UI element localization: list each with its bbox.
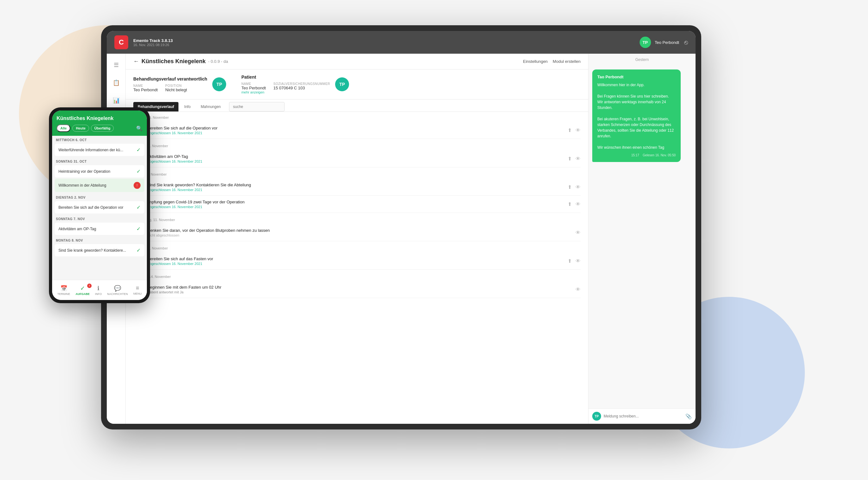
phone-task-text: Bereiten Sie sich auf die Operation vor [58, 205, 136, 210]
filter-today-btn[interactable]: Heute [72, 125, 89, 132]
task-share-icon[interactable]: ⬆ [568, 156, 572, 162]
nav-aufgabe[interactable]: ✓ 3 AUFGABE [75, 285, 90, 296]
sidebar-icon-chart[interactable]: 📊 [111, 95, 121, 105]
menu-icon: ≡ [136, 285, 139, 291]
task-actions: 👁 [576, 287, 581, 292]
day-section-2: Sonntag, 7. November Aktivitäten am OP-T… [126, 140, 588, 169]
chat-panel: Gestern Tao Perbondt Willkommen hier in … [588, 54, 695, 424]
day-section-6: Samstag, 14. November ? Beginnen Sie mit… [126, 271, 588, 299]
task-row: Aktivitäten am OP-Tag Abgeschlossen 16. … [133, 150, 581, 167]
nav-info-label: INFO [95, 292, 102, 296]
task-text-block: Bereiten Sie sich auf das Fasten vor Abg… [147, 256, 563, 265]
task-status: Abgeschlossen 16. November 2021 [147, 188, 563, 192]
nav-info[interactable]: ℹ INFO [95, 285, 102, 296]
task-share-icon[interactable]: ⬆ [568, 258, 572, 264]
responsible-fields: NAME Teo Perbondt POSITION Nicht belegt [133, 84, 207, 92]
phone-day-4: SONNTAG 7. NOV [52, 215, 147, 222]
chat-attach-icon[interactable]: 📎 [685, 413, 692, 419]
task-row: Sind Sie krank geworden? Kontaktieren Si… [133, 179, 581, 196]
patient-name-field: NAME Teo Perbondt [241, 82, 266, 90]
responsible-position-label: POSITION [165, 84, 187, 88]
page-version: - 0.0.9 - da [208, 59, 228, 64]
task-actions: ⬆ 👁 [568, 201, 581, 207]
patient-more-link[interactable]: mehr anzeigen [241, 90, 330, 94]
patient-avatar: TP [335, 77, 349, 91]
chat-input-avatar: TP [592, 412, 601, 421]
phone-search-icon[interactable]: 🔍 [136, 125, 143, 131]
task-row: Denken Sie daran, vor der Operation Blut… [133, 224, 581, 241]
filter-all-btn[interactable]: Alle [57, 124, 70, 132]
app-date: 16. Nov. 2021 08:19:26 [133, 43, 173, 47]
phone-task-item-overdue[interactable]: Willkommen in der Abteilung ! [55, 179, 144, 192]
task-row: ? Beginnen Sie mit dem Fasten um 02 Uhr … [133, 281, 581, 298]
phone-check-icon: ✓ [136, 226, 141, 232]
chat-meta: 15:17 Gelesen 16. Nov. 05:50 [597, 153, 676, 158]
phone-day-2: SONNTAG 31. OCT [52, 157, 147, 164]
sidebar-icon-menu[interactable]: ☰ [111, 60, 121, 70]
task-eye-icon[interactable]: 👁 [576, 128, 581, 133]
task-eye-icon[interactable]: 👁 [576, 185, 581, 190]
chat-message-text: Willkommen hier in der App. Bei Fragen k… [597, 82, 676, 150]
phone-task-item[interactable]: Heimtraining vor der Operation ✓ [55, 165, 144, 178]
chat-input[interactable] [603, 414, 683, 418]
app-name: Emento Track 3.8.13 [133, 38, 173, 43]
task-status: Nicht abgeschlossen [147, 233, 570, 237]
phone-day-1: MITTWOCH 6. OCT [52, 136, 147, 143]
sidebar-icon-list[interactable]: 📋 [111, 78, 121, 88]
day-label-2: Sonntag, 7. November [133, 144, 581, 148]
task-actions: ⬆ 👁 [568, 156, 581, 162]
task-share-icon[interactable]: ⬆ [568, 127, 572, 133]
task-name: Aktivitäten am OP-Tag [147, 154, 563, 159]
task-eye-icon[interactable]: 👁 [576, 230, 581, 235]
task-name: Beginnen Sie mit dem Fasten um 02 Uhr [147, 285, 570, 290]
tab-info[interactable]: Info [180, 102, 195, 111]
tab-mahnungen[interactable]: Mahnungen [196, 102, 225, 111]
phone-header: Künstliches Kniegelenk Alle Heute Überfä… [52, 110, 147, 136]
responsible-name-field: NAME Teo Perbondt [133, 84, 158, 92]
module-button[interactable]: Modul erstellen [553, 59, 581, 64]
phone-task-item[interactable]: Sind Sie krank geworden? Kontaktiere... … [55, 244, 144, 256]
task-eye-icon[interactable]: 👁 [576, 201, 581, 207]
task-status: Abgeschlossen 16. November 2021 [147, 205, 563, 209]
tab-search-input[interactable] [229, 102, 285, 111]
settings-button[interactable]: Einstellungen [523, 59, 548, 64]
task-row: Impfung gegen Covid-19 zwei Tage vor der… [133, 196, 581, 213]
task-share-icon[interactable]: ⬆ [568, 184, 572, 190]
back-button[interactable]: ← [133, 58, 139, 65]
phone-check-icon: ✓ [136, 147, 141, 153]
task-share-icon[interactable]: ⬆ [568, 201, 572, 207]
mobile-phone: Künstliches Kniegelenk Alle Heute Überfä… [49, 107, 150, 303]
task-status: Patient antwortet mit Ja [147, 290, 570, 294]
task-text-block: Impfung gegen Covid-19 zwei Tage vor der… [147, 199, 563, 209]
patient-title: Patient [241, 74, 330, 79]
responsible-name-label: NAME [133, 84, 158, 88]
day-label-4: Donnerstag, 11. November [133, 218, 581, 222]
patient-bar: Behandlungsverlauf verantwortlich NAME T… [126, 69, 588, 99]
task-eye-icon[interactable]: 👁 [576, 287, 581, 292]
exit-icon[interactable]: ⎋ [684, 39, 688, 46]
phone-task-item[interactable]: Aktivitäten am OP-Tag ✓ [55, 223, 144, 235]
phone-task-text: Willkommen in der Abteilung [58, 183, 134, 188]
task-eye-icon[interactable]: 👁 [576, 258, 581, 264]
phone-day-3: DIENSTAG 2. NOV [52, 193, 147, 200]
filter-overdue-btn[interactable]: Überfällig [91, 125, 114, 132]
breadcrumb: ← Künstliches Kniegelenk - 0.0.9 - da [133, 58, 228, 65]
chat-day-header: Gestern [588, 54, 695, 66]
phone-task-item[interactable]: Bereiten Sie sich auf die Operation vor … [55, 201, 144, 214]
tabs-bar: Behandlungsverlauf Info Mahnungen [126, 99, 588, 112]
topbar: C Emento Track 3.8.13 16. Nov. 2021 08:1… [107, 31, 695, 54]
phone-tasks-list: MITTWOCH 6. OCT Weiterführende Informati… [52, 136, 147, 280]
nav-menu[interactable]: ≡ MENU [133, 285, 142, 295]
task-actions: ⬆ 👁 [568, 258, 581, 264]
task-eye-icon[interactable]: 👁 [576, 156, 581, 162]
task-text-block: Denken Sie daran, vor der Operation Blut… [147, 228, 570, 237]
tablet-device: C Emento Track 3.8.13 16. Nov. 2021 08:1… [101, 25, 701, 429]
day-label-1: Samstag, 6. November [133, 116, 581, 119]
responsible-position-field: POSITION Nicht belegt [165, 84, 187, 92]
phone-task-item[interactable]: Weiterführende Informationen der kü... ✓ [55, 144, 144, 156]
patient-name-value: Teo Perbondt [241, 86, 266, 90]
overdue-badge: ! [134, 182, 141, 189]
nav-termine[interactable]: 📅 TERMINE [58, 285, 70, 296]
responsible-name-value: Teo Perbondt [133, 88, 158, 92]
nav-nachrichten[interactable]: 💬 NACHRICHTEN [107, 285, 128, 296]
